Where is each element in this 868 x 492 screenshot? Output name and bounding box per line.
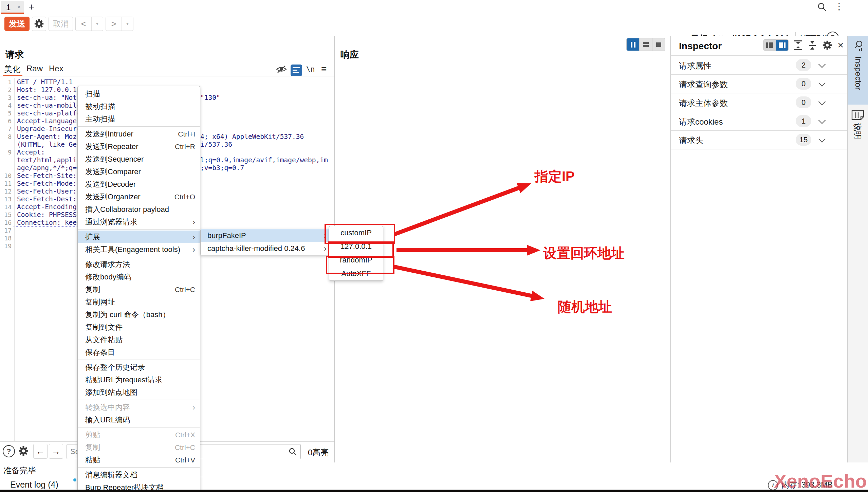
menu-item-extensions[interactable]: 扩展› bbox=[78, 231, 200, 243]
annotation-box-customip bbox=[325, 224, 395, 244]
tab-hex[interactable]: Hex bbox=[49, 64, 63, 73]
annotation-box-127001 bbox=[328, 241, 394, 258]
menu-item-message-editor-docs[interactable]: 消息编辑器文档 bbox=[78, 469, 200, 481]
event-log-tab[interactable]: Event log (4) bbox=[10, 480, 58, 490]
menu-item-paste[interactable]: 粘贴Ctrl+V bbox=[78, 454, 200, 466]
chevron-down-icon[interactable] bbox=[818, 135, 826, 143]
hide-highlights-icon[interactable] bbox=[276, 65, 287, 75]
request-panel-title: 请求 bbox=[5, 49, 24, 61]
repeater-toolbar: 发送 取消 < ▼ > ▼ 目标: htt bbox=[0, 14, 868, 36]
editor-layout-buttons bbox=[626, 38, 665, 51]
menu-item-insert-collaborator-payload[interactable]: 插入Collaborator payload bbox=[78, 203, 200, 216]
inspector-section-body-params[interactable]: 请求主体参数 0 bbox=[671, 93, 847, 112]
search-help-icon[interactable]: ? bbox=[3, 445, 15, 457]
search-prev-button[interactable]: ← bbox=[33, 444, 48, 459]
menu-item-active-scan[interactable]: 主动扫描 bbox=[78, 113, 200, 125]
layout-columns-button[interactable] bbox=[627, 38, 639, 51]
chevron-down-icon[interactable] bbox=[818, 98, 826, 105]
menu-item-copy[interactable]: 复制Ctrl+C bbox=[78, 283, 200, 296]
inspector-panel: Inspector bbox=[671, 36, 847, 462]
submenu-item-burpfakeip[interactable]: burpFakeIP › bbox=[201, 229, 331, 242]
next-icon: > bbox=[106, 19, 122, 29]
tab-pretty[interactable]: 美化 bbox=[4, 64, 20, 75]
annotation-box-randomip bbox=[326, 256, 394, 274]
menu-item-send-to-repeater[interactable]: 发送到RepeaterCtrl+R bbox=[78, 140, 200, 153]
count-badge: 0 bbox=[796, 96, 811, 108]
side-tab-notes-label[interactable]: 说明 bbox=[852, 123, 863, 139]
kebab-menu-icon[interactable]: ⋮ bbox=[834, 1, 844, 12]
new-tab-button[interactable]: + bbox=[29, 1, 35, 13]
inspector-side-icon bbox=[851, 39, 864, 52]
right-side-tab-strip bbox=[847, 36, 868, 462]
prev-dropdown-icon[interactable]: ▼ bbox=[92, 22, 103, 26]
expand-all-icon[interactable] bbox=[793, 40, 803, 51]
search-icon[interactable] bbox=[817, 2, 827, 14]
show-newlines-toggle[interactable]: \n bbox=[306, 65, 315, 73]
inspector-section-request-attributes[interactable]: 请求属性 2 bbox=[671, 56, 847, 75]
code-line: 1GET / HTTP/1.1 bbox=[0, 78, 334, 86]
send-settings-button[interactable] bbox=[32, 17, 46, 31]
menu-separator bbox=[78, 229, 200, 230]
send-button[interactable]: 发送 bbox=[4, 17, 30, 31]
menu-item-request-in-browser[interactable]: 通过浏览器请求› bbox=[78, 216, 200, 228]
menu-item-send-to-decoder[interactable]: 发送到Decoder bbox=[78, 178, 200, 190]
inspector-close-icon[interactable]: × bbox=[837, 40, 844, 50]
search-next-button[interactable]: → bbox=[49, 444, 63, 459]
menu-item-send-to-organizer[interactable]: 发送到OrganizerCtrl+O bbox=[78, 190, 200, 203]
menu-item-add-to-site-map[interactable]: 添加到站点地图 bbox=[78, 386, 200, 399]
tab-raw[interactable]: Raw bbox=[26, 64, 43, 73]
menu-item-scan[interactable]: 扫描 bbox=[78, 88, 200, 100]
menu-item-paste-url-as-request[interactable]: 粘贴URL为request请求 bbox=[78, 373, 200, 386]
inspector-settings-icon[interactable] bbox=[822, 40, 833, 51]
next-request-button[interactable]: > ▼ bbox=[106, 17, 133, 31]
menu-item-cut: 剪贴Ctrl+X bbox=[78, 429, 200, 441]
extensions-submenu: burpFakeIP › captcha-killer-modified 0.2… bbox=[200, 229, 331, 255]
collapse-all-icon[interactable] bbox=[808, 40, 817, 51]
annotation-random: 随机地址 bbox=[558, 297, 612, 316]
menu-separator bbox=[78, 126, 200, 127]
layout-rows-button[interactable] bbox=[639, 38, 652, 51]
search-settings-icon[interactable] bbox=[18, 445, 29, 457]
chevron-down-icon[interactable] bbox=[818, 61, 826, 68]
submenu-arrow-icon: › bbox=[192, 243, 195, 256]
pretty-print-toggle-icon[interactable] bbox=[291, 65, 302, 76]
cancel-button[interactable]: 取消 bbox=[49, 17, 73, 31]
menu-item-change-body-encoding[interactable]: 修改body编码 bbox=[78, 271, 200, 283]
menu-item-save-entire-history[interactable]: 保存整个历史记录 bbox=[78, 361, 200, 373]
menu-item-url-encode-as-you-type[interactable]: 输入URL编码 bbox=[78, 414, 200, 426]
menu-item-engagement-tools[interactable]: 相关工具(Engagement tools)› bbox=[78, 243, 200, 256]
menu-item-copy-as-curl[interactable]: 复制为 curl 命令（bash） bbox=[78, 308, 200, 321]
chevron-down-icon[interactable] bbox=[818, 117, 826, 124]
menu-item-save-item[interactable]: 保存条目 bbox=[78, 346, 200, 359]
menu-item-change-request-method[interactable]: 修改请求方法 bbox=[78, 258, 200, 271]
inspector-layout-right-button[interactable] bbox=[776, 40, 788, 51]
repeater-tab-1[interactable]: 1 × bbox=[1, 1, 24, 14]
inspector-section-cookies[interactable]: 请求cookies 1 bbox=[671, 112, 847, 131]
menu-item-send-to-sequencer[interactable]: 发送到Sequencer bbox=[78, 153, 200, 165]
highlight-count-label: 0高亮 bbox=[308, 447, 329, 458]
next-dropdown-icon[interactable]: ▼ bbox=[122, 22, 133, 26]
side-tab-inspector-label[interactable]: Inspector bbox=[853, 56, 863, 90]
menu-item-paste-from-file[interactable]: 从文件粘贴 bbox=[78, 333, 200, 346]
menu-item-copy-to-file[interactable]: 复制到文件 bbox=[78, 321, 200, 333]
search-magnifier-icon[interactable] bbox=[288, 447, 297, 458]
count-badge: 15 bbox=[796, 134, 811, 146]
response-panel-title: 响应 bbox=[340, 49, 359, 61]
inspector-section-query-params[interactable]: 请求查询参数 0 bbox=[671, 74, 847, 93]
layout-single-button[interactable] bbox=[652, 38, 665, 51]
inspector-layout-left-button[interactable] bbox=[763, 40, 776, 51]
menu-item-copy-url[interactable]: 复制网址 bbox=[78, 296, 200, 308]
annotation-loopback: 设置回环地址 bbox=[543, 244, 625, 262]
submenu-item-captcha-killer[interactable]: captcha-killer-modified 0.24.6 › bbox=[201, 242, 331, 255]
tab-close-icon[interactable]: × bbox=[17, 4, 20, 10]
chevron-down-icon[interactable] bbox=[818, 79, 826, 87]
inspector-section-headers[interactable]: 请求头 15 bbox=[671, 130, 847, 149]
inspector-title: Inspector bbox=[679, 41, 722, 52]
prev-request-button[interactable]: < ▼ bbox=[75, 17, 103, 31]
inspector-toolbar: × bbox=[763, 39, 844, 51]
editor-menu-icon[interactable]: ≡ bbox=[321, 64, 327, 75]
menu-item-send-to-intruder[interactable]: 发送到IntruderCtrl+I bbox=[78, 128, 200, 140]
burp-repeater-window: 1 × + ⋮ 发送 取消 < bbox=[0, 0, 868, 492]
menu-item-passive-scan[interactable]: 被动扫描 bbox=[78, 100, 200, 113]
menu-item-send-to-comparer[interactable]: 发送到Comparer bbox=[78, 165, 200, 178]
